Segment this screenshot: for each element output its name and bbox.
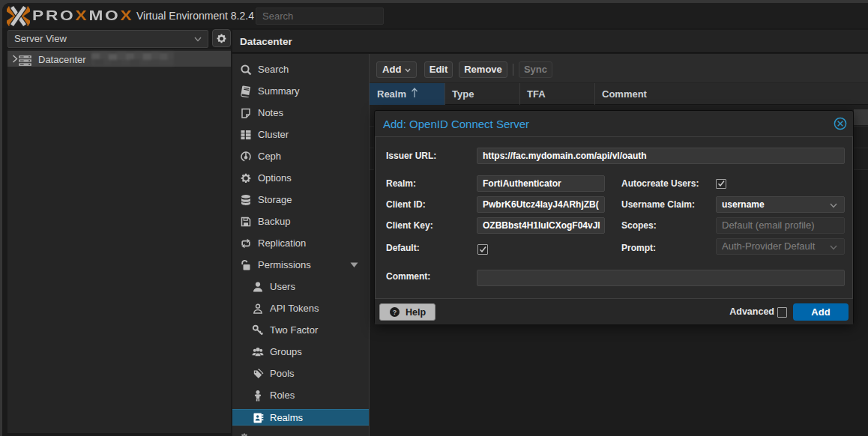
svg-text:?: ?	[393, 309, 397, 316]
